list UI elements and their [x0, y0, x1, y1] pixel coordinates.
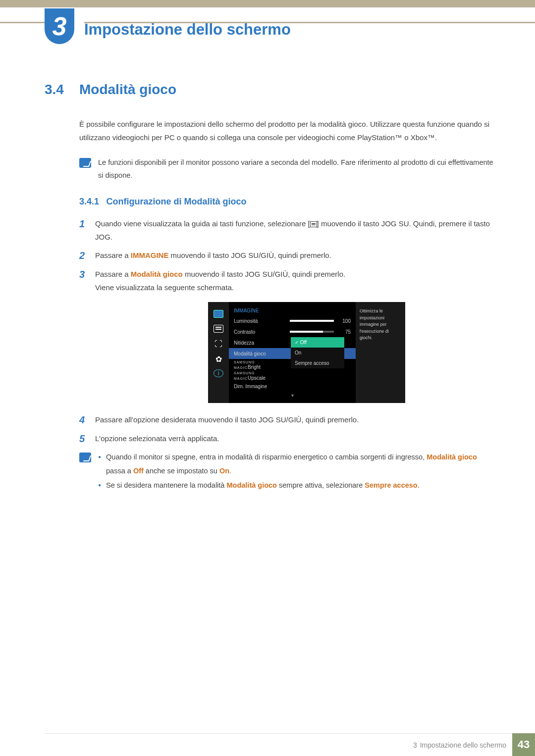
submenu-sempre: Sempre acceso — [291, 358, 344, 368]
osd-submenu: Off On Sempre acceso — [291, 337, 344, 368]
bold: Modalità gioco — [427, 453, 477, 461]
bullet-list: ● Quando il monitor si spegne, entra in … — [98, 451, 495, 494]
label: Dim. Immagine — [234, 384, 286, 389]
note-block-2: ● Quando il monitor si spegne, entra in … — [79, 451, 495, 494]
section-title: Modalità gioco — [79, 82, 176, 98]
bullet-icon: ● — [98, 479, 101, 493]
note-icon — [79, 158, 91, 168]
t: . — [418, 481, 420, 489]
step-2: 2 Passare a IMMAGINE muovendo il tasto J… — [79, 249, 495, 262]
step-number: 2 — [79, 249, 88, 262]
page-footer: 3 Impostazione dello schermo 43 — [0, 733, 535, 756]
osd-row-luminosita: Luminosità 100 — [229, 315, 356, 326]
step-number: 5 — [79, 432, 88, 446]
page-body: 3.4 Modalità gioco È possibile configura… — [0, 52, 535, 494]
osd-description: Ottimizza le impostazioni immagine per l… — [356, 302, 405, 403]
label: Contrasto — [234, 329, 286, 335]
bullet-icon: ● — [98, 451, 101, 478]
t: muovendo il tasto JOG SU/GIÙ, quindi pre… — [168, 251, 331, 259]
subsection-number: 3.4.1 — [79, 197, 99, 206]
label: Luminosità — [234, 318, 286, 324]
step-3: 3 Passare a Modalità gioco muovendo il t… — [79, 267, 495, 294]
bold: Off — [133, 467, 144, 475]
bold: IMMAGINE — [131, 251, 169, 259]
t: Quando il monitor si spegne, entra in mo… — [106, 453, 427, 461]
t: Passare a — [95, 270, 131, 278]
osd-screenshot: ⛶ ✿ i IMMAGINE Luminosità 100 Contrasto … — [208, 302, 405, 403]
t: SAMSUNG — [234, 371, 255, 375]
step-number: 3 — [79, 267, 88, 294]
monitor-icon — [214, 310, 223, 318]
osd-title: IMMAGINE — [229, 306, 356, 315]
bold: Modalità gioco — [131, 270, 183, 278]
value: 75 — [338, 329, 351, 335]
note-text: Le funzioni disponibili per il monitor p… — [98, 156, 495, 182]
t: MAGIC — [234, 377, 248, 380]
label: SAMSUNGMAGICUpscale — [234, 370, 286, 381]
subsection-heading: 3.4.1 Configurazione di Modalità gioco — [79, 197, 495, 207]
chapter-number-badge: 3 — [45, 8, 74, 44]
resize-icon: ⛶ — [214, 340, 223, 348]
step-4: 4 Passare all'opzione desiderata muovend… — [79, 413, 495, 427]
label: Modalità gioco — [234, 351, 286, 356]
footer-text: 3 Impostazione dello schermo — [45, 733, 512, 756]
page-header: 3 Impostazione dello schermo — [0, 7, 535, 52]
top-stripe — [0, 0, 535, 7]
section-number: 3.4 — [45, 82, 79, 98]
osd-sidebar: ⛶ ✿ i — [208, 302, 229, 403]
bullet-2: ● Se si desidera mantenere la modalità M… — [98, 479, 495, 493]
osd-row-contrasto: Contrasto 75 — [229, 326, 356, 337]
bold: Modalità gioco — [226, 481, 277, 489]
info-icon: i — [214, 369, 223, 377]
t: sempre attiva, selezionare — [277, 481, 365, 489]
label: SAMSUNGMAGICBright — [234, 359, 286, 370]
step-number: 4 — [79, 413, 88, 427]
t: Quando viene visualizzata la guida ai ta… — [95, 219, 310, 228]
step-number: 1 — [79, 217, 88, 244]
osd-row-dim-immagine: Dim. Immagine — [229, 381, 356, 392]
label: Nitidezza — [234, 340, 286, 346]
t: anche se impostato su — [144, 467, 219, 475]
t: Passare a — [95, 251, 131, 259]
value: 100 — [338, 318, 351, 324]
osd-row-magic-upscale: SAMSUNGMAGICUpscale — [229, 370, 356, 381]
osd-main: IMMAGINE Luminosità 100 Contrasto 75 Nit… — [229, 302, 356, 403]
section-heading: 3.4 Modalità gioco — [45, 82, 495, 98]
t: . — [229, 467, 231, 475]
footer-chapter-number: 3 — [413, 741, 417, 749]
menu-icon — [310, 221, 317, 227]
step-text: Passare all'opzione desiderata muovendo … — [95, 413, 359, 427]
step-text: Passare a Modalità gioco muovendo il tas… — [95, 267, 345, 294]
t: passa a — [106, 467, 133, 475]
slider — [290, 320, 334, 322]
bold: Sempre acceso — [365, 481, 417, 489]
page-number: 43 — [512, 733, 535, 756]
settings-bars-icon — [214, 325, 223, 333]
t: SAMSUNG — [234, 360, 255, 364]
step-1: 1 Quando viene visualizzata la guida ai … — [79, 217, 495, 244]
t: Bright — [248, 364, 261, 370]
footer-chapter-title: Impostazione dello schermo — [420, 741, 506, 749]
intro-paragraph: È possibile configurare le impostazioni … — [79, 117, 495, 144]
bold: On — [219, 467, 229, 475]
slider — [290, 331, 334, 333]
t: MAGIC — [234, 366, 248, 369]
subsection-title: Configurazione di Modalità gioco — [107, 197, 247, 206]
t: Upscale — [248, 375, 266, 381]
step-text: L'opzione selezionata verrà applicata. — [95, 432, 219, 446]
bullet-1: ● Quando il monitor si spegne, entra in … — [98, 451, 495, 478]
note-icon — [79, 453, 91, 462]
note-block-1: Le funzioni disponibili per il monitor p… — [79, 156, 495, 182]
chapter-title: Impostazione dello schermo — [84, 21, 291, 39]
t: Se si desidera mantenere la modalità — [106, 481, 226, 489]
t: muovendo il tasto JOG SU/GIÙ, quindi pre… — [183, 270, 345, 278]
t: Viene visualizzata la seguente schermata… — [95, 283, 234, 292]
submenu-on: On — [291, 348, 344, 358]
step-text: Quando viene visualizzata la guida ai ta… — [95, 217, 495, 244]
step-5: 5 L'opzione selezionata verrà applicata. — [79, 432, 495, 446]
submenu-off: Off — [291, 337, 344, 348]
gear-icon: ✿ — [214, 354, 223, 362]
scroll-down-icon: ▾ — [229, 392, 356, 399]
step-text: Passare a IMMAGINE muovendo il tasto JOG… — [95, 249, 331, 262]
